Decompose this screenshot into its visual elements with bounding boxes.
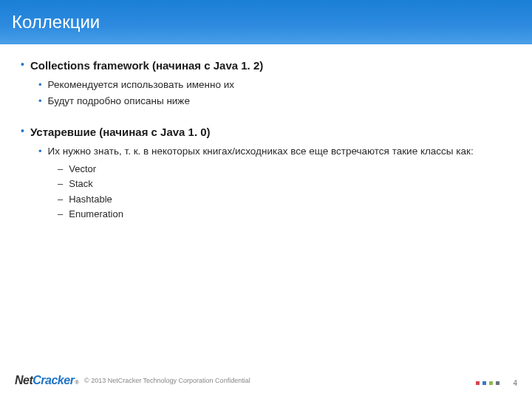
- subitems: – Vector – Stack – Hashtable – Enumerati…: [38, 162, 511, 222]
- dash-icon: –: [58, 177, 63, 191]
- section-1: • Collections framework (начиная с Java …: [21, 58, 511, 109]
- dash-icon: –: [58, 207, 63, 222]
- section-items: • Их нужно знать, т. к. в некоторых книг…: [21, 144, 511, 222]
- section-heading-text: Устаревшие (начиная с Java 1. 0): [30, 124, 211, 140]
- item-text: Рекомендуется использовать именно их: [48, 78, 234, 92]
- dot-icon: [476, 381, 480, 385]
- dot-icon: [496, 381, 499, 385]
- subitem-text: Vector: [69, 162, 96, 177]
- decorative-dots: [476, 381, 499, 385]
- section-heading: • Устаревшие (начиная с Java 1. 0): [21, 124, 511, 140]
- section-heading-text: Collections framework (начиная с Java 1.…: [30, 58, 263, 73]
- slide-content: • Collections framework (начиная с Java …: [0, 44, 532, 222]
- bullet-icon: •: [21, 124, 24, 140]
- section-heading: • Collections framework (начиная с Java …: [21, 58, 511, 73]
- list-item: • Их нужно знать, т. к. в некоторых книг…: [38, 144, 511, 159]
- page-number: 4: [513, 379, 517, 387]
- subitem-text: Stack: [69, 177, 93, 191]
- list-item: – Stack: [58, 177, 511, 191]
- dot-icon: [489, 381, 493, 385]
- item-text: Будут подробно описаны ниже: [48, 94, 190, 109]
- slide-footer: NetCracker® © 2013 NetCracker Technology…: [0, 374, 532, 387]
- list-item: – Hashtable: [58, 192, 511, 207]
- section-items: • Рекомендуется использовать именно их •…: [21, 78, 511, 109]
- bullet-icon: •: [38, 78, 42, 92]
- bullet-icon: •: [38, 144, 42, 159]
- copyright-text: © 2013 NetCracker Technology Corporation…: [84, 377, 250, 384]
- logo-part-net: Net: [15, 374, 33, 387]
- slide-header: Коллекции: [0, 0, 532, 44]
- section-2: • Устаревшие (начиная с Java 1. 0) • Их …: [21, 124, 511, 222]
- dash-icon: –: [58, 192, 63, 207]
- list-item: – Enumeration: [58, 207, 511, 222]
- dot-icon: [482, 381, 486, 385]
- logo-registered-icon: ®: [75, 380, 78, 385]
- list-item: • Будут подробно описаны ниже: [38, 94, 511, 109]
- list-item: – Vector: [58, 162, 511, 177]
- netcracker-logo: NetCracker®: [15, 374, 78, 387]
- logo-part-cracker: Cracker: [33, 374, 74, 387]
- bullet-icon: •: [21, 58, 24, 73]
- subitem-text: Enumeration: [69, 207, 123, 222]
- dash-icon: –: [58, 162, 63, 177]
- subitem-text: Hashtable: [69, 192, 112, 207]
- item-text: Их нужно знать, т. к. в некоторых книгах…: [48, 144, 474, 159]
- list-item: • Рекомендуется использовать именно их: [38, 78, 511, 92]
- slide-title: Коллекции: [12, 12, 100, 33]
- bullet-icon: •: [38, 94, 42, 109]
